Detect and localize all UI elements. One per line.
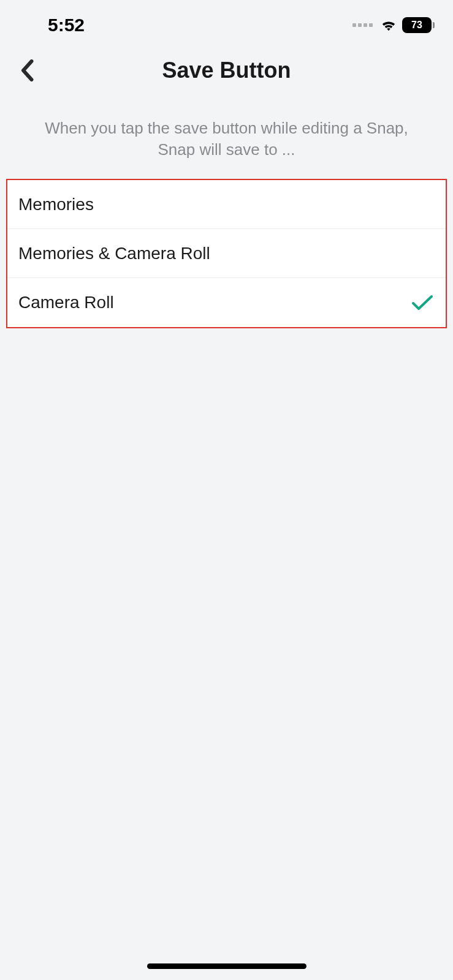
status-indicators: 73 bbox=[352, 17, 435, 33]
checkmark-icon bbox=[411, 294, 433, 311]
page-title: Save Button bbox=[162, 58, 291, 83]
chevron-left-icon bbox=[20, 59, 34, 81]
status-time: 5:52 bbox=[48, 15, 85, 36]
option-label: Memories bbox=[18, 195, 94, 214]
options-list: Memories Memories & Camera Roll Camera R… bbox=[6, 179, 447, 328]
home-indicator[interactable] bbox=[147, 963, 306, 969]
option-camera-roll[interactable]: Camera Roll bbox=[7, 278, 446, 327]
back-button[interactable] bbox=[15, 58, 39, 83]
status-bar: 5:52 73 bbox=[0, 0, 453, 43]
option-label: Camera Roll bbox=[18, 293, 114, 312]
battery-level: 73 bbox=[411, 20, 422, 31]
battery-indicator: 73 bbox=[402, 17, 435, 33]
carrier-dots-icon bbox=[352, 23, 373, 27]
page-description: When you tap the save button while editi… bbox=[0, 98, 453, 179]
option-label: Memories & Camera Roll bbox=[18, 244, 210, 263]
option-memories-camera-roll[interactable]: Memories & Camera Roll bbox=[7, 229, 446, 278]
nav-header: Save Button bbox=[0, 43, 453, 98]
option-memories[interactable]: Memories bbox=[7, 180, 446, 229]
wifi-icon bbox=[380, 18, 397, 32]
